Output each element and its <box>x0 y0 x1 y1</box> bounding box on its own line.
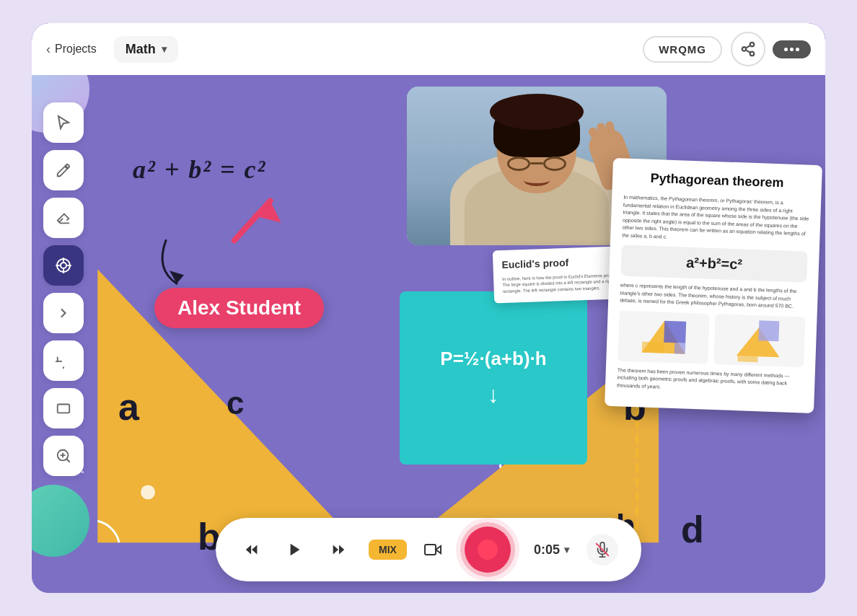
letter-c-hyp: c <box>227 385 244 421</box>
doc-extra-text: The theorem has been proven numerous tim… <box>617 366 804 395</box>
svg-marker-32 <box>246 545 251 555</box>
project-dropdown[interactable]: Math ▾ <box>114 36 178 63</box>
svg-line-3 <box>746 50 750 53</box>
trapezoid-formula: P=½·(a+b)·h <box>440 348 546 370</box>
dot-2 <box>790 48 794 51</box>
svg-marker-34 <box>291 544 300 556</box>
left-toolbar <box>43 102 88 476</box>
timer-value: 0:05 <box>534 542 560 558</box>
doc-image-2 <box>713 314 805 367</box>
math-formula: a² + b² = c² <box>133 154 266 185</box>
mix-button[interactable]: MIX <box>369 540 407 560</box>
svg-rect-11 <box>58 405 70 413</box>
svg-rect-37 <box>425 545 436 555</box>
back-icon: ‹ <box>46 42 50 57</box>
svg-line-4 <box>746 45 750 48</box>
timer-chevron-icon[interactable]: ▾ <box>564 544 569 555</box>
doc-formula: a²+b²=c² <box>620 245 807 283</box>
svg-rect-26 <box>664 321 686 343</box>
svg-point-18 <box>141 485 155 499</box>
svg-rect-31 <box>737 356 757 362</box>
letter-a-left: a <box>118 385 139 428</box>
more-button[interactable] <box>773 40 811 58</box>
fast-forward-button[interactable] <box>325 537 351 563</box>
mute-button[interactable] <box>586 534 618 566</box>
pointer-tool[interactable] <box>43 102 84 143</box>
record-indicator <box>478 540 498 560</box>
student-name-label: Alex Student <box>154 288 324 328</box>
svg-rect-30 <box>758 320 779 341</box>
target-tool[interactable] <box>43 245 84 286</box>
next-tool[interactable] <box>43 293 84 333</box>
svg-point-6 <box>61 263 66 268</box>
play-button[interactable] <box>282 537 308 563</box>
doc-image-1 <box>618 310 709 364</box>
formula-down-arrow: ↓ <box>488 382 499 408</box>
bottom-control-bar: MIX 0:05 ▾ <box>216 518 641 581</box>
pen-tool[interactable] <box>43 150 84 190</box>
svg-marker-22 <box>170 270 184 283</box>
svg-line-13 <box>66 459 69 462</box>
svg-marker-36 <box>339 545 344 555</box>
timer-display: 0:05 ▾ <box>534 542 569 558</box>
app-container: ‹ Projects Math ▾ WRQMG <box>32 23 825 593</box>
formula-text: a² + b² = c² <box>133 155 266 184</box>
svg-rect-28 <box>674 343 685 354</box>
room-code-badge: WRQMG <box>643 36 722 63</box>
eraser-tool[interactable] <box>43 198 84 238</box>
dot-1 <box>784 48 788 51</box>
chevron-down-icon: ▾ <box>162 43 167 55</box>
undo-tool[interactable] <box>43 340 84 381</box>
project-name: Math <box>126 42 156 57</box>
teal-formula-box: P=½·(a+b)·h ↓ <box>400 291 587 465</box>
svg-marker-35 <box>333 545 338 555</box>
doc-images <box>618 310 805 367</box>
rectangle-tool[interactable] <box>43 388 84 428</box>
svg-rect-27 <box>641 342 664 353</box>
document-card-main: Pythagorean theorem In mathematics, the … <box>605 158 822 413</box>
record-button[interactable] <box>465 527 511 573</box>
doc-body-text: In mathematics, the Pythagorean theorem,… <box>622 194 809 246</box>
share-button[interactable] <box>731 32 765 66</box>
doc-title: Pythagorean theorem <box>624 170 811 192</box>
projects-label: Projects <box>55 43 97 56</box>
camera-button[interactable] <box>424 541 441 558</box>
rewind-button[interactable] <box>239 537 265 563</box>
svg-marker-33 <box>252 545 257 555</box>
letter-d-lower: d <box>681 508 704 551</box>
dot-3 <box>796 48 799 51</box>
top-bar: ‹ Projects Math ▾ WRQMG <box>32 23 825 75</box>
back-button[interactable]: ‹ Projects <box>46 42 97 57</box>
doc-more-text: where c represents the length of the hyp… <box>620 281 807 310</box>
zoom-tool[interactable] <box>43 436 84 476</box>
canvas-area: a² + b² = c² Alex Student a b c b c h d … <box>32 75 825 593</box>
